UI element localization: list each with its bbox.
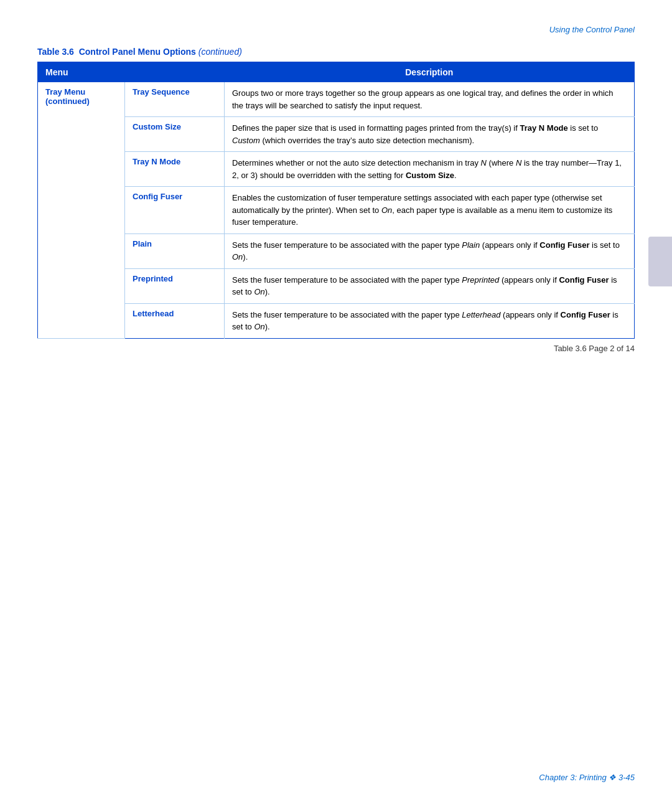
table-row: Config FuserEnables the customization of…: [38, 187, 635, 234]
header-text: Using the Control Panel: [549, 25, 635, 34]
page-container: Using the Control Panel Table 3.6 Contro…: [0, 0, 672, 807]
submenu-cell: Custom Size: [125, 117, 225, 152]
submenu-cell: Preprinted: [125, 268, 225, 303]
description-cell: Defines the paper size that is used in f…: [225, 117, 635, 152]
submenu-cell: Tray Sequence: [125, 82, 225, 117]
description-cell: Groups two or more trays together so the…: [225, 82, 635, 117]
submenu-cell: Plain: [125, 234, 225, 268]
table-row: Custom SizeDefines the paper size that i…: [38, 117, 635, 152]
description-cell: Sets the fuser temperature to be associa…: [225, 303, 635, 338]
table-row: PreprintedSets the fuser temperature to …: [38, 268, 635, 303]
main-table: Menu Description Tray Menu(continued)Tra…: [37, 62, 635, 339]
table-row: LetterheadSets the fuser temperature to …: [38, 303, 635, 338]
table-row: Tray Menu(continued)Tray SequenceGroups …: [38, 82, 635, 117]
table-title-bold: Control Panel Menu Options: [79, 47, 196, 57]
page-footer: Chapter 3: Printing ❖ 3-45: [539, 773, 635, 782]
table-row: Tray N ModeDetermines whether or not the…: [38, 152, 635, 187]
table-title-prefix: Table 3.6: [37, 47, 74, 57]
submenu-cell: Config Fuser: [125, 187, 225, 234]
table-title: Table 3.6 Control Panel Menu Options (co…: [37, 47, 635, 57]
col-menu-header: Menu: [38, 62, 225, 83]
col-description-header: Description: [225, 62, 635, 83]
table-row: PlainSets the fuser temperature to be as…: [38, 234, 635, 268]
submenu-cell: Tray N Mode: [125, 152, 225, 187]
description-cell: Sets the fuser temperature to be associa…: [225, 234, 635, 268]
menu-cell: Tray Menu(continued): [38, 82, 125, 338]
description-cell: Enables the customization of fuser tempe…: [225, 187, 635, 234]
chapter-tab: [648, 237, 672, 286]
table-title-italic: (continued): [198, 47, 242, 57]
description-cell: Sets the fuser temperature to be associa…: [225, 268, 635, 303]
submenu-cell: Letterhead: [125, 303, 225, 338]
table-footer: Table 3.6 Page 2 of 14: [37, 344, 635, 353]
description-cell: Determines whether or not the auto size …: [225, 152, 635, 187]
header-right: Using the Control Panel: [37, 25, 635, 34]
